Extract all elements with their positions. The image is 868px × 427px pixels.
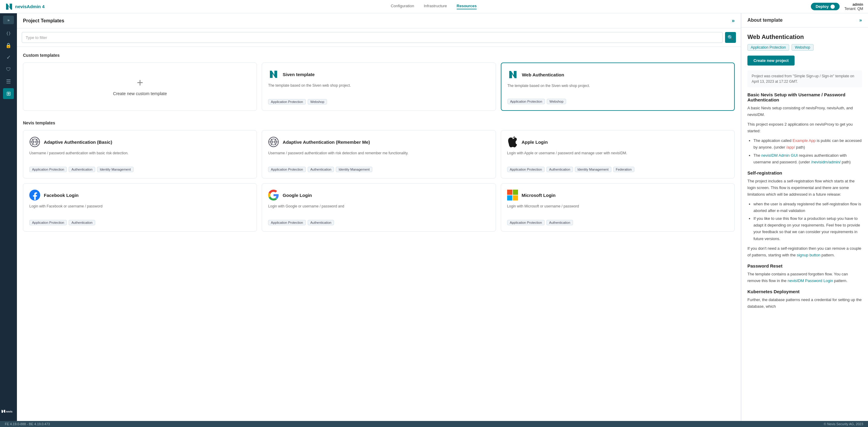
fl-tag-1: Authentication	[69, 220, 95, 225]
gl-tag-1: Authentication	[308, 220, 334, 225]
right-panel: About template » Web Authentication Appl…	[741, 13, 868, 421]
left-panel-header: Project Templates »	[17, 13, 741, 28]
sidebar-item-check[interactable]: ✓	[3, 52, 14, 63]
right-panel-content: Web Authentication Application Protectio…	[741, 28, 868, 319]
svg-rect-11	[513, 195, 518, 200]
facebook-login-title: Facebook Login	[44, 193, 79, 198]
svg-rect-9	[513, 190, 518, 195]
section-1-bullet-0: The application called Example App is pu…	[753, 137, 862, 151]
sidebar-item-shield[interactable]: 🛡	[3, 64, 14, 75]
section-1-list: The application called Example App is pu…	[747, 137, 862, 165]
siven-card-header: Siven template	[268, 69, 489, 80]
ml-tag-1: Authentication	[547, 220, 573, 225]
siven-tags: Application Protection Webshop	[268, 99, 489, 104]
svg-rect-10	[507, 195, 512, 200]
siven-logo	[268, 69, 279, 80]
google-login-header: Google Login	[268, 190, 489, 200]
siven-tag-0: Application Protection	[268, 99, 306, 104]
sidebar-item-grid[interactable]: ⊞	[3, 88, 14, 99]
siven-template-card[interactable]: Siven template The template based on the…	[262, 63, 496, 111]
siven-tag-1: Webshop	[308, 99, 327, 104]
apple-login-tags: Application Protection Authentication Id…	[507, 167, 728, 172]
sidebar-item-code[interactable]: {}	[3, 28, 14, 39]
google-login-title: Google Login	[283, 193, 312, 198]
section-3-title: Password Reset	[747, 263, 862, 268]
nav-configuration[interactable]: Configuration	[391, 4, 414, 9]
web-auth-tag-0: Application Protection	[507, 99, 545, 104]
search-button[interactable]: 🔍	[725, 32, 736, 43]
microsoft-login-tags: Application Protection Authentication	[507, 220, 728, 225]
ab-tag-1: Authentication	[69, 167, 95, 172]
web-auth-template-card[interactable]: Web Authentication The template based on…	[501, 63, 735, 111]
facebook-login-desc: Login with Facebook or username / passwo…	[29, 203, 251, 216]
web-auth-desc: The template based on the Siven web shop…	[507, 83, 728, 95]
web-auth-tags: Application Protection Webshop	[507, 99, 728, 104]
right-panel-expand-icon[interactable]: »	[859, 18, 862, 23]
ar-tag-1: Authentication	[308, 167, 334, 172]
section-2-title: Self-registration	[747, 170, 862, 175]
play-icon: ▶	[831, 4, 835, 9]
adaptive-basic-card[interactable]: Adaptive Authentication (Basic) Username…	[23, 130, 257, 178]
adaptive-remember-tags: Application Protection Authentication Id…	[268, 167, 489, 172]
web-auth-card-header: Web Authentication	[507, 69, 728, 80]
svg-text:nevis: nevis	[6, 410, 13, 413]
lock-icon: 🔒	[5, 42, 11, 48]
section-1-title: Basic Nevis Setup with Username / Passwo…	[747, 92, 862, 102]
siven-desc: The template based on the Siven web shop…	[268, 83, 489, 95]
section-1-bullet-1: The nevisIDM Admin GUI requires authenti…	[753, 152, 862, 165]
nav-resources[interactable]: Resources	[457, 4, 476, 9]
adaptive-remember-header: Adaptive Authentication (Remember Me)	[268, 136, 489, 147]
shield-icon: 🛡	[6, 67, 11, 72]
code-icon: {}	[6, 31, 11, 36]
microsoft-login-card[interactable]: Microsoft Login Login with Microsoft or …	[501, 183, 735, 232]
ar-tag-0: Application Protection	[268, 167, 306, 172]
about-template-title: Web Authentication	[747, 34, 862, 40]
section-3-content: The template contains a password forgott…	[747, 271, 862, 284]
custom-templates-grid: + Create new custom template Siven templ…	[23, 63, 735, 111]
create-label: Create new custom template	[113, 91, 167, 96]
sidebar-toggle[interactable]: »	[3, 16, 14, 24]
facebook-logo	[29, 190, 40, 200]
google-login-card[interactable]: Google Login Login with Google or userna…	[262, 183, 496, 232]
create-custom-template-card[interactable]: + Create new custom template	[23, 63, 257, 111]
apple-login-card[interactable]: Apple Login Login with Apple or username…	[501, 130, 735, 178]
nav-infrastructure[interactable]: Infrastructure	[424, 4, 447, 9]
deploy-button[interactable]: Deploy ▶	[811, 3, 840, 10]
adaptive-basic-title: Adaptive Authentication (Basic)	[44, 139, 112, 145]
create-plus-icon: +	[137, 77, 143, 88]
facebook-login-tags: Application Protection Authentication	[29, 220, 251, 225]
apple-login-title: Apple Login	[522, 139, 548, 145]
search-input[interactable]	[22, 32, 723, 43]
sidebar-item-lock[interactable]: 🔒	[3, 40, 14, 51]
adaptive-basic-logo	[29, 136, 40, 147]
about-tags: Application Protection Webshop	[747, 44, 862, 51]
ab-tag-2: Identity Management	[97, 167, 133, 172]
apple-login-desc: Login with Apple or username / password …	[507, 151, 728, 163]
main-layout: » {} 🔒 ✓ 🛡 ☰ ⊞ nevis	[0, 13, 868, 421]
nevis-section-title: Nevis templates	[23, 121, 735, 125]
microsoft-login-desc: Login with Microsoft or username / passw…	[507, 203, 728, 216]
section-2-bullet-1: If you like to use this flow for a produ…	[753, 215, 862, 242]
google-login-desc: Login with Google or username / password…	[268, 203, 489, 216]
adaptive-basic-desc: Username / password authentication with …	[29, 151, 251, 163]
nav-right: Deploy ▶ admin Tenant: QM	[811, 2, 863, 11]
copyright: © Nevis Security AG, 2023	[824, 422, 863, 426]
ar-tag-2: Identity Management	[336, 167, 372, 172]
microsoft-logo	[507, 190, 518, 200]
adaptive-remember-logo	[268, 136, 279, 147]
section-2-list: when the user is already registered the …	[747, 201, 862, 242]
about-tag-0: Application Protection	[747, 44, 789, 51]
sidebar-item-list[interactable]: ☰	[3, 76, 14, 87]
facebook-login-card[interactable]: Facebook Login Login with Facebook or us…	[23, 183, 257, 232]
create-project-button[interactable]: Create new project	[747, 56, 795, 66]
left-panel-expand-icon[interactable]: »	[732, 18, 735, 24]
al-tag-1: Authentication	[547, 167, 573, 172]
facebook-login-header: Facebook Login	[29, 190, 251, 200]
ab-tag-0: Application Protection	[29, 167, 67, 172]
adaptive-remember-card[interactable]: Adaptive Authentication (Remember Me) Us…	[262, 130, 496, 178]
apple-logo	[507, 136, 518, 147]
siven-title: Siven template	[283, 72, 315, 77]
deploy-label: Deploy	[816, 4, 829, 9]
fl-tag-0: Application Protection	[29, 220, 67, 225]
about-meta: Project was created from "Simple Sign-up…	[747, 70, 862, 87]
